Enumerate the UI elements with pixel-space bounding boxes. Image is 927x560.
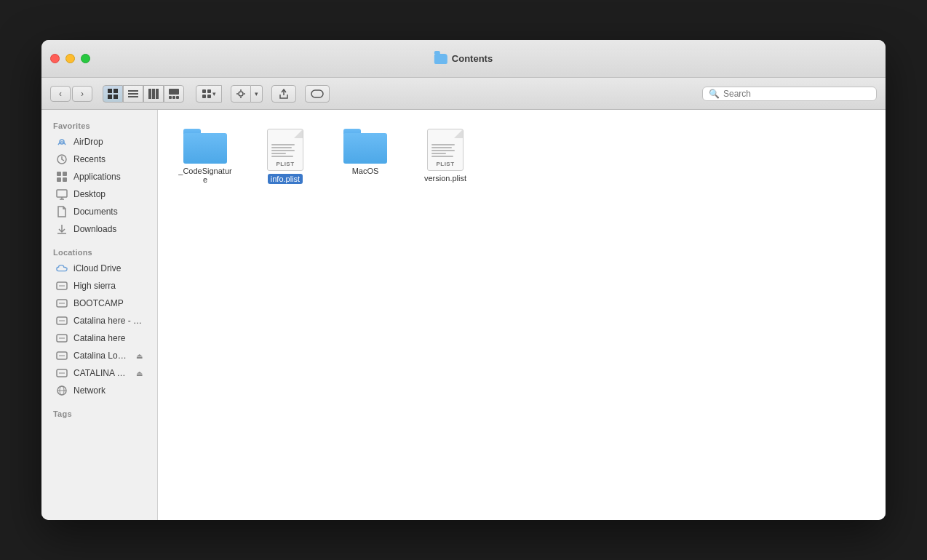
plist-badge: PLIST [276, 161, 294, 167]
svg-rect-11 [169, 96, 172, 99]
sidebar-label-downloads: Downloads [73, 224, 116, 234]
sidebar-label-catalina-d: Catalina here - D… [73, 316, 143, 326]
share-button[interactable] [271, 85, 296, 103]
sidebar-label-catalina-loader: Catalina Loader [73, 351, 129, 361]
downloads-icon [56, 223, 68, 235]
plist-fold [454, 129, 463, 138]
sidebar-item-catalina-d[interactable]: Catalina here - D… [44, 312, 154, 329]
forward-button[interactable]: › [72, 86, 92, 102]
versionplist-icon: PLIST [427, 129, 464, 171]
catalina-here-drive-icon [56, 332, 68, 344]
svg-rect-1 [114, 89, 118, 93]
plist-lines [428, 141, 463, 160]
svg-rect-31 [57, 190, 67, 197]
folder-body [183, 133, 227, 164]
svg-rect-5 [128, 93, 138, 95]
sidebar-item-catalina-here[interactable]: Catalina here [44, 329, 154, 347]
svg-rect-8 [152, 89, 155, 99]
svg-rect-24 [311, 90, 323, 97]
toolbar: ‹ › [41, 78, 886, 110]
action-button-group: ▾ [231, 85, 263, 103]
group-button[interactable]: ▾ [196, 85, 222, 103]
codesignature-folder-icon [183, 129, 227, 164]
airdrop-icon [56, 136, 68, 148]
catalina-d-drive-icon [56, 315, 68, 327]
sidebar-item-network[interactable]: Network [44, 382, 154, 399]
file-label-codesignature: _CodeSignature [177, 167, 234, 184]
minimize-button[interactable] [65, 54, 75, 63]
svg-rect-3 [114, 95, 118, 99]
group-button-group: ▾ [196, 85, 222, 103]
sidebar: Favorites AirDrop Recents [41, 110, 158, 520]
network-icon [56, 385, 68, 396]
tags-header: Tags [41, 405, 157, 421]
plist-line [271, 147, 292, 148]
svg-rect-27 [57, 172, 61, 176]
catalina-pat-drive-icon [56, 367, 68, 379]
sidebar-item-documents[interactable]: Documents [44, 203, 154, 220]
sidebar-label-desktop: Desktop [73, 189, 106, 199]
plist-line [271, 156, 293, 157]
sidebar-spacer [41, 238, 157, 244]
action-button[interactable] [231, 85, 251, 103]
view-columns-button[interactable] [143, 85, 164, 103]
group-icon [202, 89, 211, 98]
svg-point-18 [239, 92, 243, 96]
sidebar-item-downloads[interactable]: Downloads [44, 220, 154, 238]
close-button[interactable] [50, 54, 60, 63]
macos-folder-icon [343, 129, 387, 164]
plist-line [431, 150, 455, 151]
plist-line [431, 156, 453, 157]
sidebar-label-airdrop: AirDrop [73, 137, 103, 147]
catalina-loader-eject-icon[interactable]: ⏏ [136, 352, 143, 360]
svg-rect-7 [148, 89, 151, 99]
svg-rect-6 [128, 96, 138, 97]
bootcamp-drive-icon [56, 297, 68, 309]
grid-icon [108, 89, 118, 99]
window-title: Contents [452, 53, 493, 64]
content-area: Favorites AirDrop Recents [41, 110, 886, 520]
back-button[interactable]: ‹ [50, 86, 71, 102]
columns-icon [148, 89, 159, 99]
favorites-header: Favorites [41, 117, 157, 133]
view-gallery-button[interactable] [164, 85, 184, 103]
sidebar-item-airdrop[interactable]: AirDrop [44, 133, 154, 151]
plist-badge: PLIST [436, 161, 454, 167]
sidebar-item-catalina-loader[interactable]: Catalina Loader ⏏ [44, 347, 154, 364]
sidebar-spacer-2 [41, 399, 157, 405]
plist-line [271, 153, 286, 154]
titlebar: Contents [41, 40, 886, 78]
sidebar-label-icloud: iCloud Drive [73, 263, 121, 273]
catalina-loader-drive-icon [56, 350, 68, 361]
view-list-button[interactable] [123, 85, 143, 103]
svg-rect-9 [156, 89, 159, 99]
plist-line [431, 144, 455, 145]
tag-button[interactable] [305, 85, 330, 103]
sidebar-item-desktop[interactable]: Desktop [44, 185, 154, 203]
search-icon: 🔍 [709, 89, 720, 99]
file-item-versionplist[interactable]: PLIST version.plist [413, 124, 478, 188]
view-icon-button[interactable] [103, 85, 123, 103]
sidebar-item-highsierra[interactable]: High sierra [44, 277, 154, 295]
sidebar-item-bootcamp[interactable]: BOOTCAMP [44, 295, 154, 312]
search-input[interactable] [723, 89, 870, 99]
share-icon [279, 88, 289, 100]
sidebar-item-icloud[interactable]: iCloud Drive [44, 260, 154, 277]
documents-icon [56, 206, 68, 217]
file-item-macos[interactable]: MacOS [333, 124, 398, 188]
sidebar-item-catalina-pat[interactable]: CATALINA Pat… ⏏ [44, 364, 154, 382]
icloud-icon [56, 263, 68, 274]
finder-window: Contents ‹ › [41, 40, 886, 520]
search-box[interactable]: 🔍 [702, 87, 877, 101]
sidebar-label-bootcamp: BOOTCAMP [73, 298, 124, 308]
sidebar-label-catalina-pat: CATALINA Pat… [73, 368, 129, 378]
plist-line [271, 150, 295, 151]
sidebar-item-recents[interactable]: Recents [44, 151, 154, 168]
maximize-button[interactable] [81, 54, 90, 63]
catalina-pat-eject-icon[interactable]: ⏏ [136, 369, 143, 377]
file-item-codesignature[interactable]: _CodeSignature [172, 124, 238, 188]
sidebar-item-applications[interactable]: Applications [44, 168, 154, 185]
plist-lines [268, 141, 303, 160]
file-item-infoplist[interactable]: PLIST info.plist [252, 124, 318, 188]
action-dropdown-arrow[interactable]: ▾ [251, 85, 263, 103]
